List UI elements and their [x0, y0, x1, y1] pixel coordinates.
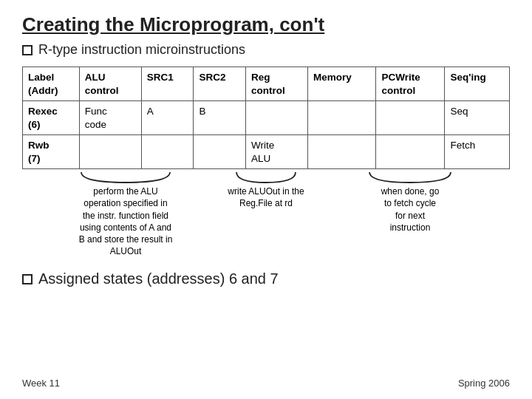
row-rexec-alu: Funccode — [79, 101, 141, 135]
row-rwb-src2 — [194, 135, 246, 169]
row-rwb-label: Rwb(7) — [23, 135, 80, 169]
col-header-src1: SRC1 — [141, 67, 194, 101]
row-rwb-reg: WriteALU — [245, 135, 307, 169]
col-header-memory: Memory — [308, 67, 376, 101]
col-header-label: Label(Addr) — [23, 67, 80, 101]
brace-left-svg — [78, 171, 174, 184]
brace-right-svg — [366, 171, 454, 184]
ann-middle-text: write ALUOut in theReg.File at rd — [228, 185, 304, 209]
row-rwb-seq: Fetch — [445, 135, 510, 169]
ann-left-text: perform the ALUoperation specified inthe… — [79, 185, 173, 257]
ann-left: perform the ALUoperation specified inthe… — [22, 171, 185, 257]
bullet-square — [22, 45, 33, 55]
table-row: Rwb(7) WriteALU Fetch — [23, 135, 510, 169]
assigned-states-row: Assigned states (addresses) 6 and 7 — [22, 270, 510, 287]
brace-middle-svg — [233, 171, 299, 184]
row-rexec-seq: Seq — [445, 101, 510, 135]
microinstruction-table: Label(Addr) ALUcontrol SRC1 SRC2 Regcont… — [22, 66, 510, 169]
assigned-states-text: Assigned states (addresses) 6 and 7 — [38, 270, 279, 287]
row-rexec-pcwrite — [376, 101, 445, 135]
col-header-src2: SRC2 — [194, 67, 246, 101]
footer: Week 11 Spring 2006 — [0, 378, 532, 389]
col-header-reg: Regcontrol — [245, 67, 307, 101]
footer-left: Week 11 — [22, 378, 60, 389]
col-header-alu: ALUcontrol — [79, 67, 141, 101]
subtitle-text: R-type instruction microinstructions — [38, 42, 245, 58]
row-rwb-pcwrite — [376, 135, 445, 169]
footer-right: Spring 2006 — [458, 378, 510, 389]
ann-right: when done, goto fetch cyclefor nextinstr… — [325, 171, 473, 233]
row-rexec-memory — [308, 101, 376, 135]
slide-title: Creating the Microprogram, con't — [22, 13, 510, 36]
row-rwb-memory — [308, 135, 376, 169]
table-row: Rexec(6) Funccode A B Seq — [23, 101, 510, 135]
row-rwb-src1 — [141, 135, 194, 169]
col-header-pcwrite: PCWritecontrol — [376, 67, 445, 101]
row-rwb-alu — [79, 135, 141, 169]
row-rexec-label: Rexec(6) — [23, 101, 80, 135]
row-rexec-src2: B — [194, 101, 246, 135]
row-rexec-src1: A — [141, 101, 194, 135]
annotations-area: perform the ALUoperation specified inthe… — [22, 171, 510, 257]
subtitle-row: R-type instruction microinstructions — [22, 42, 510, 58]
microinstruction-table-wrapper: Label(Addr) ALUcontrol SRC1 SRC2 Regcont… — [22, 66, 510, 169]
ann-middle: write ALUOut in theReg.File at rd — [185, 171, 325, 209]
col-header-seq: Seq'ing — [445, 67, 510, 101]
bullet-square-2 — [22, 274, 33, 284]
slide: Creating the Microprogram, con't R-type … — [0, 0, 532, 399]
row-rexec-reg — [245, 101, 307, 135]
ann-right-text: when done, goto fetch cyclefor nextinstr… — [381, 185, 440, 233]
